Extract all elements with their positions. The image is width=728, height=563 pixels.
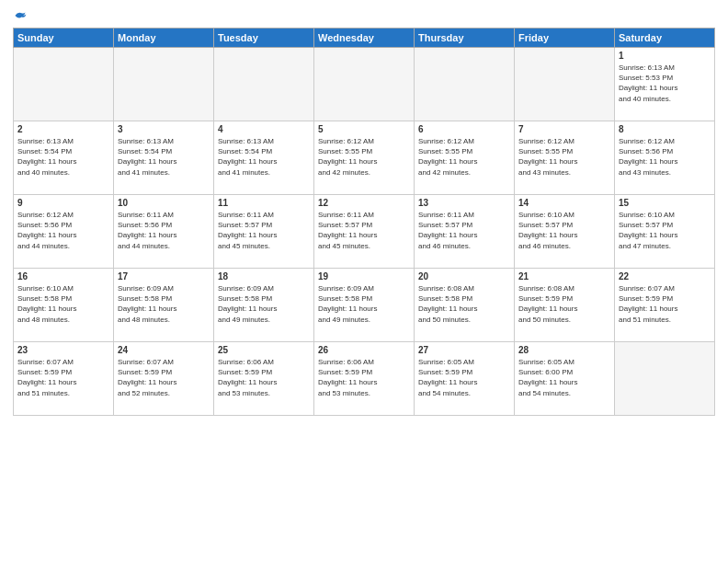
- calendar-cell: 18Sunrise: 6:09 AM Sunset: 5:58 PM Dayli…: [214, 269, 314, 342]
- calendar-cell: 24Sunrise: 6:07 AM Sunset: 5:59 PM Dayli…: [114, 342, 214, 416]
- day-info: Sunrise: 6:07 AM Sunset: 5:59 PM Dayligh…: [118, 357, 210, 398]
- day-info: Sunrise: 6:11 AM Sunset: 5:57 PM Dayligh…: [318, 210, 410, 251]
- calendar-table: SundayMondayTuesdayWednesdayThursdayFrid…: [13, 28, 715, 416]
- day-info: Sunrise: 6:09 AM Sunset: 5:58 PM Dayligh…: [218, 283, 310, 325]
- calendar-cell: 13Sunrise: 6:11 AM Sunset: 5:57 PM Dayli…: [415, 195, 515, 269]
- calendar-cell: [615, 342, 715, 416]
- day-number: 4: [218, 124, 310, 134]
- day-number: 28: [518, 345, 610, 355]
- day-info: Sunrise: 6:13 AM Sunset: 5:54 PM Dayligh…: [218, 136, 310, 178]
- week-row-3: 9Sunrise: 6:12 AM Sunset: 5:56 PM Daylig…: [14, 195, 715, 269]
- day-number: 1: [619, 51, 711, 61]
- day-info: Sunrise: 6:07 AM Sunset: 5:59 PM Dayligh…: [17, 357, 109, 398]
- calendar-cell: 16Sunrise: 6:10 AM Sunset: 5:58 PM Dayli…: [14, 269, 114, 342]
- day-info: Sunrise: 6:11 AM Sunset: 5:57 PM Dayligh…: [218, 210, 310, 251]
- calendar-cell: 4Sunrise: 6:13 AM Sunset: 5:54 PM Daylig…: [214, 121, 314, 195]
- day-info: Sunrise: 6:08 AM Sunset: 5:58 PM Dayligh…: [418, 283, 510, 325]
- day-number: 7: [518, 124, 610, 134]
- day-info: Sunrise: 6:05 AM Sunset: 6:00 PM Dayligh…: [518, 357, 610, 398]
- day-number: 18: [218, 271, 310, 282]
- calendar-cell: [114, 48, 214, 121]
- day-info: Sunrise: 6:06 AM Sunset: 5:59 PM Dayligh…: [218, 357, 310, 398]
- day-info: Sunrise: 6:06 AM Sunset: 5:59 PM Dayligh…: [318, 357, 410, 398]
- week-row-4: 16Sunrise: 6:10 AM Sunset: 5:58 PM Dayli…: [14, 269, 715, 342]
- day-info: Sunrise: 6:12 AM Sunset: 5:56 PM Dayligh…: [619, 136, 711, 178]
- day-number: 17: [118, 271, 210, 282]
- day-info: Sunrise: 6:12 AM Sunset: 5:56 PM Dayligh…: [17, 210, 109, 251]
- calendar-cell: 20Sunrise: 6:08 AM Sunset: 5:58 PM Dayli…: [415, 269, 515, 342]
- calendar-cell: [14, 48, 114, 121]
- calendar-cell: 9Sunrise: 6:12 AM Sunset: 5:56 PM Daylig…: [14, 195, 114, 269]
- calendar-cell: 8Sunrise: 6:12 AM Sunset: 5:56 PM Daylig…: [615, 121, 715, 195]
- day-info: Sunrise: 6:13 AM Sunset: 5:54 PM Dayligh…: [17, 136, 109, 178]
- calendar-cell: 5Sunrise: 6:12 AM Sunset: 5:55 PM Daylig…: [314, 121, 415, 195]
- calendar-cell: [214, 48, 314, 121]
- day-number: 9: [17, 198, 109, 208]
- calendar-cell: [314, 48, 415, 121]
- weekday-header-tuesday: Tuesday: [214, 29, 314, 48]
- logo-bird-icon: [14, 9, 27, 22]
- week-row-2: 2Sunrise: 6:13 AM Sunset: 5:54 PM Daylig…: [14, 121, 715, 195]
- day-number: 16: [17, 271, 109, 282]
- day-number: 3: [118, 124, 210, 134]
- day-info: Sunrise: 6:13 AM Sunset: 5:54 PM Dayligh…: [118, 136, 210, 178]
- day-number: 24: [118, 345, 210, 355]
- weekday-header-row: SundayMondayTuesdayWednesdayThursdayFrid…: [14, 29, 715, 48]
- calendar-cell: 14Sunrise: 6:10 AM Sunset: 5:57 PM Dayli…: [515, 195, 615, 269]
- day-info: Sunrise: 6:10 AM Sunset: 5:58 PM Dayligh…: [17, 283, 109, 325]
- day-number: 23: [17, 345, 109, 355]
- day-number: 12: [318, 198, 410, 208]
- weekday-header-friday: Friday: [515, 29, 615, 48]
- calendar-cell: 28Sunrise: 6:05 AM Sunset: 6:00 PM Dayli…: [515, 342, 615, 416]
- day-info: Sunrise: 6:05 AM Sunset: 5:59 PM Dayligh…: [418, 357, 510, 398]
- calendar-cell: 23Sunrise: 6:07 AM Sunset: 5:59 PM Dayli…: [14, 342, 114, 416]
- day-number: 19: [318, 271, 410, 282]
- day-info: Sunrise: 6:10 AM Sunset: 5:57 PM Dayligh…: [619, 210, 711, 251]
- calendar-cell: 19Sunrise: 6:09 AM Sunset: 5:58 PM Dayli…: [314, 269, 415, 342]
- header: [13, 9, 715, 22]
- day-info: Sunrise: 6:12 AM Sunset: 5:55 PM Dayligh…: [318, 136, 410, 178]
- calendar-cell: 22Sunrise: 6:07 AM Sunset: 5:59 PM Dayli…: [615, 269, 715, 342]
- day-number: 5: [318, 124, 410, 134]
- day-number: 26: [318, 345, 410, 355]
- day-info: Sunrise: 6:11 AM Sunset: 5:56 PM Dayligh…: [118, 210, 210, 251]
- logo: [13, 9, 27, 22]
- calendar-cell: 3Sunrise: 6:13 AM Sunset: 5:54 PM Daylig…: [114, 121, 214, 195]
- week-row-1: 1Sunrise: 6:13 AM Sunset: 5:53 PM Daylig…: [14, 48, 715, 121]
- day-number: 25: [218, 345, 310, 355]
- day-number: 6: [418, 124, 510, 134]
- calendar-cell: 12Sunrise: 6:11 AM Sunset: 5:57 PM Dayli…: [314, 195, 415, 269]
- day-info: Sunrise: 6:08 AM Sunset: 5:59 PM Dayligh…: [518, 283, 610, 325]
- weekday-header-thursday: Thursday: [415, 29, 515, 48]
- day-info: Sunrise: 6:12 AM Sunset: 5:55 PM Dayligh…: [518, 136, 610, 178]
- day-number: 13: [418, 198, 510, 208]
- day-number: 20: [418, 271, 510, 282]
- week-row-5: 23Sunrise: 6:07 AM Sunset: 5:59 PM Dayli…: [14, 342, 715, 416]
- day-info: Sunrise: 6:10 AM Sunset: 5:57 PM Dayligh…: [518, 210, 610, 251]
- calendar-cell: 21Sunrise: 6:08 AM Sunset: 5:59 PM Dayli…: [515, 269, 615, 342]
- calendar-cell: 11Sunrise: 6:11 AM Sunset: 5:57 PM Dayli…: [214, 195, 314, 269]
- calendar-cell: 10Sunrise: 6:11 AM Sunset: 5:56 PM Dayli…: [114, 195, 214, 269]
- day-info: Sunrise: 6:12 AM Sunset: 5:55 PM Dayligh…: [418, 136, 510, 178]
- day-info: Sunrise: 6:07 AM Sunset: 5:59 PM Dayligh…: [619, 283, 711, 325]
- day-number: 27: [418, 345, 510, 355]
- calendar-cell: 6Sunrise: 6:12 AM Sunset: 5:55 PM Daylig…: [415, 121, 515, 195]
- calendar-cell: 27Sunrise: 6:05 AM Sunset: 5:59 PM Dayli…: [415, 342, 515, 416]
- weekday-header-sunday: Sunday: [14, 29, 114, 48]
- day-number: 8: [619, 124, 711, 134]
- weekday-header-monday: Monday: [114, 29, 214, 48]
- day-info: Sunrise: 6:09 AM Sunset: 5:58 PM Dayligh…: [318, 283, 410, 325]
- calendar-cell: 25Sunrise: 6:06 AM Sunset: 5:59 PM Dayli…: [214, 342, 314, 416]
- day-number: 21: [518, 271, 610, 282]
- day-number: 11: [218, 198, 310, 208]
- calendar-cell: 17Sunrise: 6:09 AM Sunset: 5:58 PM Dayli…: [114, 269, 214, 342]
- calendar-cell: 1Sunrise: 6:13 AM Sunset: 5:53 PM Daylig…: [615, 48, 715, 121]
- calendar-cell: 2Sunrise: 6:13 AM Sunset: 5:54 PM Daylig…: [14, 121, 114, 195]
- calendar-cell: [415, 48, 515, 121]
- calendar-cell: 7Sunrise: 6:12 AM Sunset: 5:55 PM Daylig…: [515, 121, 615, 195]
- weekday-header-wednesday: Wednesday: [314, 29, 415, 48]
- calendar-cell: 26Sunrise: 6:06 AM Sunset: 5:59 PM Dayli…: [314, 342, 415, 416]
- day-number: 14: [518, 198, 610, 208]
- day-number: 22: [619, 271, 711, 282]
- day-number: 15: [619, 198, 711, 208]
